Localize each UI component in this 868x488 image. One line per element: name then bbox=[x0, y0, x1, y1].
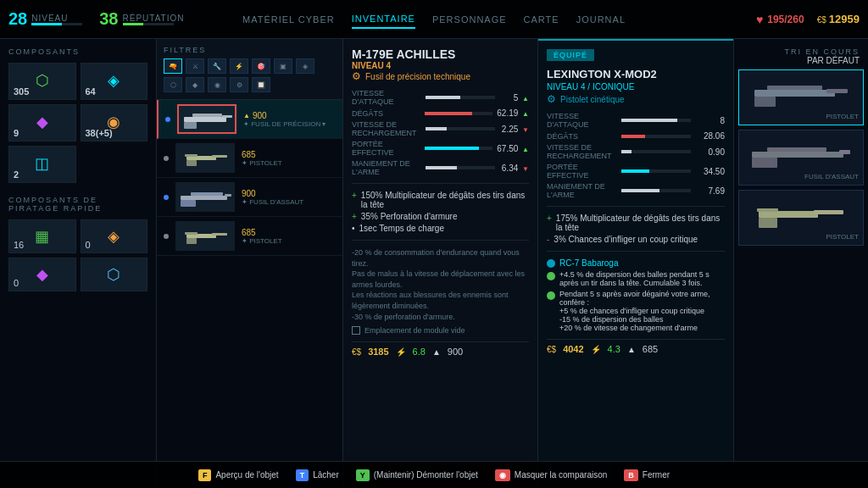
rep-stat: 38 RÉPUTATION bbox=[99, 9, 184, 29]
svg-rect-18 bbox=[826, 89, 848, 93]
rarity-dot-3 bbox=[164, 195, 169, 200]
svg-rect-7 bbox=[186, 160, 197, 166]
svg-rect-9 bbox=[191, 192, 223, 196]
cstat-row-2: DÉGÂTS 28.06 bbox=[547, 131, 725, 141]
mod-checkbox bbox=[352, 326, 360, 335]
component-count-1: 305 bbox=[14, 86, 29, 97]
filter-bar: FILTRES 🔫 ⚔ 🔧 ⚡ 🎯 ▣ ◈ ⬡ ◆ ◉ ⚙ 🔲 bbox=[157, 39, 342, 100]
stat-row-3: VITESSE DE RECHARGEMENT 2.25 ▼ bbox=[352, 120, 529, 137]
cstat-bar-5 bbox=[621, 189, 692, 192]
perk-1: + 150% Multiplicateur de dégâts des tirs… bbox=[352, 191, 529, 209]
filter-icon-5[interactable]: 🎯 bbox=[252, 58, 270, 74]
hack-icon-3: ◆ bbox=[36, 265, 48, 284]
component-icon-cyan: ◈ bbox=[97, 68, 131, 93]
filter-icon-12[interactable]: 🔲 bbox=[252, 77, 270, 92]
cstat-row-5: MANIEMENT DE L'ARME 7.69 bbox=[547, 182, 725, 199]
component-item-2: ◈ 64 bbox=[81, 63, 148, 100]
preview-type-1: PISTOLET bbox=[743, 113, 859, 120]
footer-dps-icon: ⚡ bbox=[396, 347, 406, 357]
money-container: €$ 12959 bbox=[817, 13, 860, 25]
filter-icon-gun[interactable]: 🔫 bbox=[164, 58, 182, 74]
price-value-4: 685 bbox=[242, 228, 256, 237]
filter-icon-10[interactable]: ◉ bbox=[208, 77, 226, 92]
filter-icon-3[interactable]: 🔧 bbox=[208, 58, 226, 74]
detail-stats: VITESSE D'ATTAQUE 5 ▲ DÉGÂTS 62.19 ▲ VIT… bbox=[352, 89, 529, 176]
action-lacher: T Lâcher bbox=[296, 469, 339, 481]
filter-icon-4[interactable]: ⚡ bbox=[230, 58, 248, 74]
hack-count-2: 0 bbox=[86, 240, 91, 250]
rep-number: 38 bbox=[99, 9, 118, 29]
tab-carte[interactable]: CARTE bbox=[524, 11, 559, 28]
cstat-name-5: MANIEMENT DE L'ARME bbox=[547, 182, 617, 199]
price-value-2: 685 bbox=[242, 150, 256, 159]
component-item-5: ◫ 2 bbox=[8, 146, 76, 183]
filter-icon-9[interactable]: ◆ bbox=[186, 77, 204, 92]
euro-icon: €$ bbox=[817, 15, 826, 25]
filter-icon-11[interactable]: ⚙ bbox=[230, 77, 248, 92]
middle-panel: FILTRES 🔫 ⚔ 🔧 ⚡ 🎯 ▣ ◈ ⬡ ◆ ◉ ⚙ 🔲 bbox=[157, 39, 343, 488]
preview-item-3[interactable]: PISTOLET bbox=[738, 190, 864, 246]
filter-icon-sword[interactable]: ⚔ bbox=[186, 58, 204, 74]
list-item-3[interactable]: 900 ✦ FUSIL D'ASSAUT bbox=[157, 178, 342, 217]
left-panel: COMPOSANTS ⬡ 305 ◈ 64 ◆ 9 ◉ 38(+5) bbox=[0, 39, 157, 488]
stat-val-3: 2.25 ▼ bbox=[499, 125, 529, 134]
cfoot-weight-icon: ▲ bbox=[627, 345, 636, 354]
component-count-5: 2 bbox=[14, 169, 19, 180]
mod-perk-2: Pendant 5 s après avoir dégainé votre ar… bbox=[547, 290, 725, 332]
cperk-text-1: 175% Multiplicateur de dégâts des tirs d… bbox=[556, 214, 725, 232]
svg-rect-0 bbox=[184, 117, 226, 122]
svg-rect-20 bbox=[752, 152, 843, 158]
detail-panel: M-179E ACHILLES NIVEAU 4 ⚙ Fusil de préc… bbox=[343, 39, 538, 488]
tab-inventaire[interactable]: INVENTAIRE bbox=[352, 10, 415, 29]
stat-name-2: DÉGÂTS bbox=[352, 109, 420, 118]
filter-icon-7[interactable]: ◈ bbox=[296, 58, 314, 74]
item-thumb-1 bbox=[177, 104, 236, 134]
svg-rect-1 bbox=[192, 114, 222, 117]
preview-gun-3 bbox=[743, 195, 859, 233]
footer-weight: 900 bbox=[448, 347, 463, 357]
preview-item-1[interactable]: PISTOLET bbox=[738, 69, 864, 125]
cfoot-dps-icon: ⚡ bbox=[591, 345, 601, 354]
tab-personnage[interactable]: PERSONNAGE bbox=[432, 11, 507, 28]
perk-3: • 1sec Temps de charge bbox=[352, 224, 529, 233]
key-f: F bbox=[198, 469, 212, 481]
rarity-dot-4 bbox=[164, 234, 169, 239]
compare-type-label: Pistolet cinétique bbox=[560, 95, 625, 104]
compare-level: NIVEAU 4 / ICONIQUE bbox=[547, 82, 725, 92]
mod-slot: Emplacement de module vide bbox=[352, 326, 529, 335]
preview-type-3: PISTOLET bbox=[743, 233, 859, 241]
list-item-1[interactable]: ▲ 900 ✦ FUSIL DE PRÉCISION ▾ bbox=[157, 100, 342, 139]
list-item-4[interactable]: 685 ✦ PISTOLET bbox=[157, 217, 342, 256]
tab-journal[interactable]: JOURNAL bbox=[576, 11, 626, 28]
tab-materiel[interactable]: MATÉRIEL CYBER bbox=[242, 11, 335, 28]
detail-perks: + 150% Multiplicateur de dégâts des tirs… bbox=[352, 191, 529, 233]
perk-text-1: 150% Multiplicateur de dégâts des tirs d… bbox=[361, 191, 529, 209]
filter-icon-8[interactable]: ⬡ bbox=[164, 77, 182, 92]
preview-item-2[interactable]: FUSIL D'ASSAUT bbox=[738, 130, 864, 186]
svg-rect-2 bbox=[222, 115, 232, 118]
mod-rc7: RC-7 Babaroga bbox=[547, 258, 725, 268]
hack-item-1: ▦ 16 bbox=[8, 219, 76, 253]
item-thumb-4 bbox=[175, 221, 235, 251]
filter-icon-6[interactable]: ▣ bbox=[274, 58, 292, 74]
detail-description: -20 % de consommation d'endurance quand … bbox=[352, 247, 529, 322]
item-price-2: 685 bbox=[242, 150, 336, 159]
item-type-1: ✦ FUSIL DE PRÉCISION ▾ bbox=[243, 120, 336, 128]
key-circle: ◉ bbox=[495, 469, 510, 481]
detail-type-tag: ⚙ Fusil de précision technique bbox=[352, 70, 529, 82]
footer-price: 3185 bbox=[368, 347, 388, 357]
item-info-3: 900 ✦ FUSIL D'ASSAUT bbox=[242, 189, 336, 206]
item-price-3: 900 bbox=[242, 189, 336, 198]
detail-title: M-179E ACHILLES bbox=[352, 47, 529, 61]
svg-rect-3 bbox=[184, 122, 197, 129]
level-number: 28 bbox=[8, 9, 27, 29]
cstat-val-3: 0.90 bbox=[695, 147, 725, 157]
action-label-apercu: Aperçu de l'objet bbox=[215, 470, 278, 480]
perk-icon-2: + bbox=[352, 212, 357, 221]
compare-stats: VITESSE D'ATTAQUE 8 DÉGÂTS 28.06 VITESSE… bbox=[547, 112, 725, 199]
action-label-demonter: (Maintenir) Démonter l'objet bbox=[374, 470, 478, 480]
list-item-2[interactable]: 685 ✦ PISTOLET bbox=[157, 139, 342, 178]
perk-icon-3: • bbox=[352, 224, 355, 233]
stat-row-2: DÉGÂTS 62.19 ▲ bbox=[352, 108, 529, 118]
compare-type-tag: ⚙ Pistolet cinétique bbox=[547, 93, 725, 105]
